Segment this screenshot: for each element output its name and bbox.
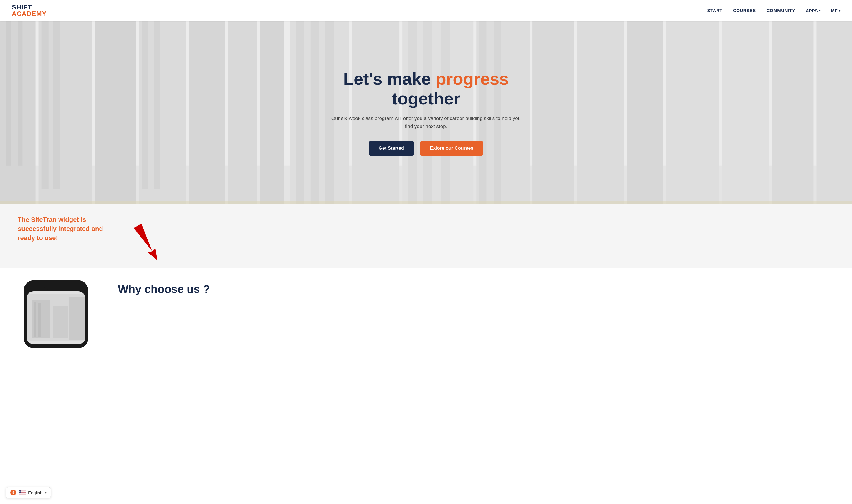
hero-buttons: Get Started Exlore our Courses — [329, 141, 523, 156]
phone-mockup — [18, 280, 94, 348]
nav-item-courses[interactable]: COURSES — [733, 8, 756, 13]
chevron-down-icon: ▾ — [819, 9, 820, 12]
nav-item-start[interactable]: START — [708, 8, 723, 13]
nav-link-courses[interactable]: COURSES — [733, 8, 756, 13]
nav-item-apps[interactable]: APPS ▾ — [806, 8, 820, 13]
nav-link-start[interactable]: START — [708, 8, 723, 13]
widget-section: The SiteTran widget is successfully inte… — [0, 203, 852, 268]
logo[interactable]: SHIFT ACADEMY — [12, 4, 47, 17]
svg-rect-51 — [27, 294, 85, 341]
phone-screen — [27, 291, 85, 344]
hero-section: Let's make progress together Our six-wee… — [0, 21, 852, 203]
hero-content: Let's make progress together Our six-wee… — [323, 69, 529, 156]
hero-title-highlight: progress — [436, 69, 509, 88]
nav-dropdown-apps[interactable]: APPS ▾ — [806, 8, 820, 13]
navbar: SHIFT ACADEMY START COURSES COMMUNITY AP… — [0, 0, 852, 21]
nav-item-me[interactable]: ME ▾ — [831, 8, 840, 13]
svg-marker-44 — [134, 223, 161, 263]
get-started-button[interactable]: Get Started — [369, 141, 414, 156]
phone-frame — [23, 280, 88, 348]
hero-title-part2: together — [392, 89, 460, 108]
hero-title: Let's make progress together — [329, 69, 523, 108]
nav-links: START COURSES COMMUNITY APPS ▾ ME ▾ — [708, 8, 840, 13]
nav-link-community[interactable]: COMMUNITY — [767, 8, 795, 13]
why-title: Why choose us ? — [118, 283, 834, 296]
hero-title-part1: Let's make — [343, 69, 436, 88]
phone-screen-content — [27, 294, 85, 341]
logo-shift: SHIFT — [12, 4, 47, 11]
arrow-container — [124, 215, 182, 263]
arrow-icon — [124, 215, 177, 263]
logo-academy: ACADEMY — [12, 11, 47, 17]
widget-message: The SiteTran widget is successfully inte… — [18, 215, 118, 242]
nav-dropdown-me[interactable]: ME ▾ — [831, 8, 840, 13]
chevron-down-icon: ▾ — [839, 9, 840, 12]
phone-notch — [44, 284, 68, 289]
hero-subtitle: Our six-week class program will offer yo… — [329, 114, 523, 130]
explore-courses-button[interactable]: Exlore our Courses — [420, 141, 484, 156]
nav-item-community[interactable]: COMMUNITY — [767, 8, 795, 13]
why-section: Why choose us ? — [118, 280, 834, 296]
below-hero-section: Why choose us ? — [0, 268, 852, 360]
